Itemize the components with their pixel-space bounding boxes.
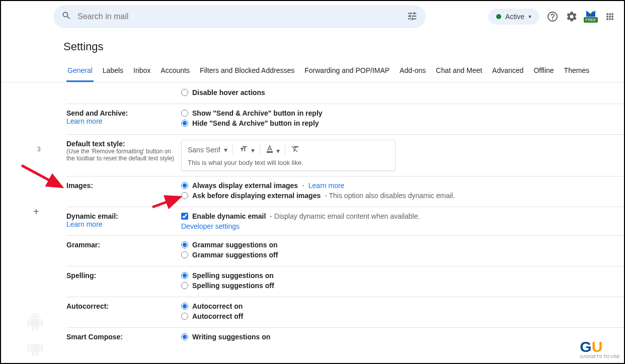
row-send-archive: Send and Archive: Learn more Show "Send … <box>66 104 624 135</box>
status-chip[interactable]: Active ▾ <box>488 9 539 25</box>
tab-inbox[interactable]: Inbox <box>132 61 151 82</box>
text-style-sample: This is what your body text will look li… <box>188 159 389 166</box>
tab-filters[interactable]: Filters and Blocked Addresses <box>199 61 295 82</box>
radio-autocorrect-on[interactable] <box>181 303 188 310</box>
gear-icon[interactable] <box>566 11 578 23</box>
text-color-icon[interactable]: ▾ <box>265 144 280 155</box>
row-default-text-style: Default text style: (Use the 'Remove for… <box>66 135 624 176</box>
link-images-learn-more[interactable]: Learn more <box>308 181 345 190</box>
row-dynamic-email: Dynamic email: Learn more Enable dynamic… <box>66 207 624 236</box>
option-ask-before-display[interactable]: Ask before displaying external images - … <box>181 192 624 200</box>
addon-icon[interactable]: FREE <box>585 11 597 23</box>
row-hover-actions: Disable hover actions <box>66 86 624 104</box>
remove-formatting-icon[interactable] <box>290 144 300 155</box>
font-picker[interactable]: Sans Serif ▾ <box>188 146 227 154</box>
option-writing-on[interactable]: Writing suggestions on <box>181 333 624 341</box>
radio-autocorrect-off[interactable] <box>181 313 188 320</box>
radio-hide-send-archive[interactable] <box>181 120 188 127</box>
row-grammar: Grammar: Grammar suggestions on Grammar … <box>66 236 624 266</box>
android-ghost-icon-2 <box>26 338 44 356</box>
help-icon[interactable] <box>546 11 559 23</box>
row-spelling: Spelling: Spelling suggestions on Spelli… <box>66 266 624 297</box>
tune-icon[interactable] <box>407 11 418 23</box>
tab-themes[interactable]: Themes <box>563 61 591 82</box>
chevron-down-icon: ▾ <box>528 13 531 20</box>
radio-show-send-archive[interactable] <box>181 110 188 117</box>
text-style-box: Sans Serif ▾ ▾ ▾ This is what your body … <box>181 140 396 171</box>
radio-grammar-on[interactable] <box>181 241 188 248</box>
tab-advanced[interactable]: Advanced <box>491 61 524 82</box>
option-grammar-on[interactable]: Grammar suggestions on <box>181 241 624 249</box>
free-badge: FREE <box>584 17 597 23</box>
header: Active ▾ FREE <box>1 1 624 32</box>
option-show-send-archive[interactable]: Show "Send & Archive" button in reply <box>181 109 624 117</box>
page-title: Settings <box>1 32 624 61</box>
status-label: Active <box>505 13 524 21</box>
android-ghost-icon <box>26 313 44 331</box>
tab-offline[interactable]: Offline <box>532 61 555 82</box>
option-spelling-on[interactable]: Spelling suggestions on <box>181 271 624 280</box>
tab-chat-meet[interactable]: Chat and Meet <box>435 61 483 82</box>
option-enable-dynamic-email[interactable]: Enable dynamic email - Display dynamic e… <box>181 212 624 220</box>
label-images: Images: <box>66 181 181 190</box>
tab-labels[interactable]: Labels <box>102 61 124 82</box>
option-autocorrect-off[interactable]: Autocorrect off <box>181 312 624 320</box>
row-autocorrect: Autocorrect: Autocorrect on Autocorrect … <box>66 297 624 328</box>
option-hide-send-archive[interactable]: Hide "Send & Archive" button in reply <box>181 119 624 127</box>
search-icon <box>61 11 71 23</box>
radio-grammar-off[interactable] <box>181 251 188 258</box>
apps-icon[interactable] <box>604 11 616 23</box>
svg-rect-0 <box>267 151 273 152</box>
label-send-archive: Send and Archive: Learn more <box>66 109 181 125</box>
settings-body: Disable hover actions Send and Archive: … <box>1 82 624 364</box>
link-send-archive-learn-more[interactable]: Learn more <box>66 117 103 125</box>
radio-always-display-images[interactable] <box>181 182 188 189</box>
sidebar-count-badge: 3 <box>37 146 41 153</box>
settings-tabs: General Labels Inbox Accounts Filters an… <box>1 61 624 82</box>
option-spelling-off[interactable]: Spelling suggestions off <box>181 282 624 290</box>
option-autocorrect-on[interactable]: Autocorrect on <box>181 302 624 310</box>
watermark-logo: GU GADGETS TO USE <box>580 339 620 359</box>
link-developer-settings[interactable]: Developer settings <box>181 222 240 230</box>
link-dynamic-email-learn-more[interactable]: Learn more <box>66 220 103 228</box>
row-images: Images: Always display external images -… <box>66 176 624 207</box>
label-dynamic-email: Dynamic email: Learn more <box>66 212 181 228</box>
option-disable-hover[interactable]: Disable hover actions <box>181 88 624 97</box>
checkbox-enable-dynamic-email[interactable] <box>181 213 188 220</box>
search-input[interactable] <box>77 12 407 21</box>
radio-spelling-off[interactable] <box>181 282 188 289</box>
radio-spelling-on[interactable] <box>181 272 188 279</box>
text-size-icon[interactable]: ▾ <box>238 145 255 154</box>
tab-addons[interactable]: Add-ons <box>399 61 427 82</box>
radio-disable-hover[interactable] <box>181 89 188 96</box>
tab-accounts[interactable]: Accounts <box>160 61 191 82</box>
tab-general[interactable]: General <box>66 61 94 82</box>
row-smart-compose: Smart Compose: Writing suggestions on <box>66 328 624 348</box>
radio-ask-before-display[interactable] <box>181 192 188 199</box>
option-grammar-off[interactable]: Grammar suggestions off <box>181 251 624 259</box>
option-always-display-images[interactable]: Always display external images - Learn m… <box>181 181 624 190</box>
compose-plus-icon[interactable]: + <box>33 206 39 218</box>
header-right: Active ▾ FREE <box>488 9 616 25</box>
status-dot-icon <box>496 14 501 19</box>
tab-forwarding[interactable]: Forwarding and POP/IMAP <box>303 61 390 82</box>
radio-writing-on[interactable] <box>181 333 188 340</box>
search-bar[interactable] <box>53 5 426 28</box>
label-default-text-style: Default text style: (Use the 'Remove for… <box>66 140 181 162</box>
